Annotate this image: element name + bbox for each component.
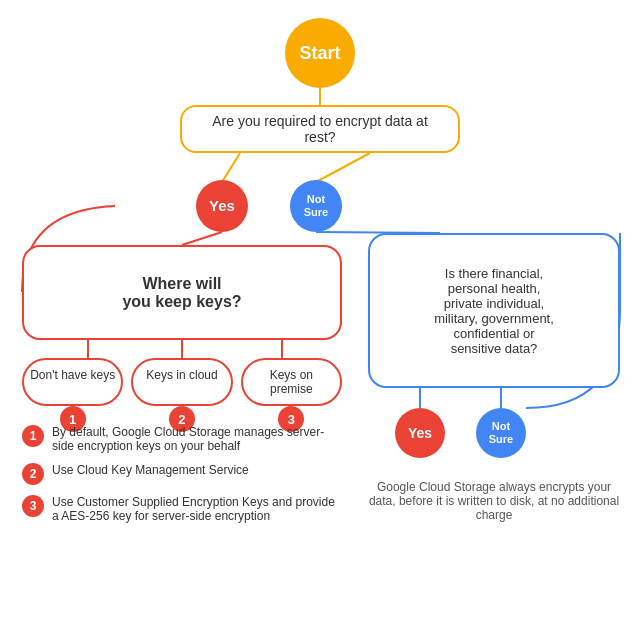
not-sure-label-top: NotSure: [304, 193, 328, 218]
note-item-3: 3 Use Customer Supplied Encryption Keys …: [22, 495, 342, 523]
svg-line-2: [316, 153, 370, 182]
yes-label-left: Yes: [209, 197, 235, 215]
note-num-2: 2: [22, 463, 44, 485]
note-text-2: Use Cloud Key Management Service: [52, 463, 249, 477]
yes-label-right: Yes: [408, 425, 432, 442]
svg-line-3: [182, 232, 222, 245]
note-num-3: 3: [22, 495, 44, 517]
key-options-row: Don't have keys 1 Keys in cloud 2 Keys o…: [22, 358, 342, 406]
not-sure-label-right: NotSure: [489, 420, 513, 445]
key-option-cloud-label: Keys in cloud: [146, 368, 217, 382]
start-label: Start: [299, 43, 340, 64]
key-option-premise-label: Keys on premise: [270, 368, 313, 396]
financial-box: Is there financial,personal health,priva…: [368, 233, 620, 388]
yes-badge-left: Yes: [196, 180, 248, 232]
right-note-text: Google Cloud Storage always encrypts you…: [369, 480, 619, 522]
keys-box-label: Where willyou keep keys?: [122, 275, 241, 311]
note-text-3: Use Customer Supplied Encryption Keys an…: [52, 495, 342, 523]
start-node: Start: [285, 18, 355, 88]
key-option-cloud: Keys in cloud 2: [131, 358, 232, 406]
notes-section: 1 By default, Google Cloud Storage manag…: [22, 425, 342, 533]
note-item-2: 2 Use Cloud Key Management Service: [22, 463, 342, 485]
right-note: Google Cloud Storage always encrypts you…: [368, 480, 620, 522]
diagram: Start Are you required to encrypt data a…: [0, 0, 640, 640]
not-sure-badge-right: NotSure: [476, 408, 526, 458]
keys-box: Where willyou keep keys?: [22, 245, 342, 340]
not-sure-badge-top: NotSure: [290, 180, 342, 232]
note-item-1: 1 By default, Google Cloud Storage manag…: [22, 425, 342, 453]
note-num-1: 1: [22, 425, 44, 447]
svg-line-1: [222, 153, 240, 182]
encrypt-question-box: Are you required to encrypt data at rest…: [180, 105, 460, 153]
note-text-1: By default, Google Cloud Storage manages…: [52, 425, 342, 453]
financial-box-label: Is there financial,personal health,priva…: [434, 266, 554, 356]
key-option-premise: Keys on premise 3: [241, 358, 342, 406]
key-option-no-keys: Don't have keys 1: [22, 358, 123, 406]
encrypt-question-text: Are you required to encrypt data at rest…: [204, 113, 436, 145]
key-option-no-keys-label: Don't have keys: [30, 368, 115, 382]
yes-badge-right: Yes: [395, 408, 445, 458]
